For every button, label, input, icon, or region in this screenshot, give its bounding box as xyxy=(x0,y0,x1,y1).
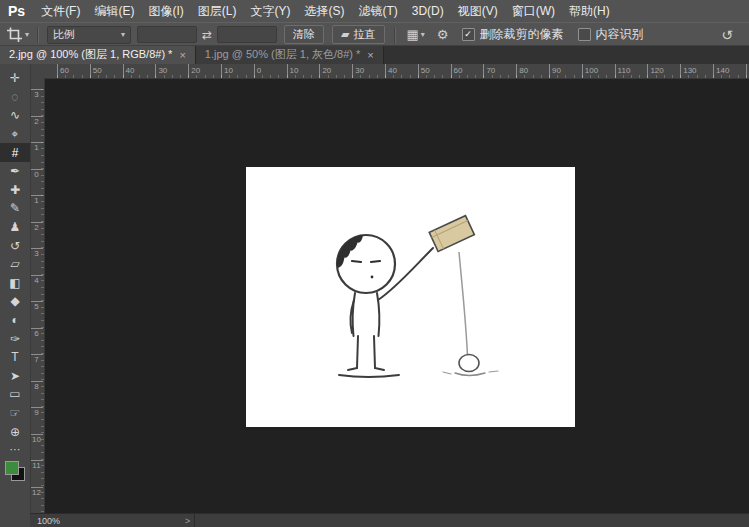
clone-stamp-tool[interactable]: ♟ xyxy=(0,218,30,237)
v-ruler-mark: 1 xyxy=(30,195,43,205)
clear-button[interactable]: 清除 xyxy=(284,25,324,44)
tab-document-1[interactable]: 1.jpg @ 50% (图层 1, 灰色/8#) * × xyxy=(196,45,384,64)
dodge-tool[interactable]: ◐ xyxy=(0,311,30,330)
delete-cropped-pixels-checkbox[interactable]: ✓ xyxy=(462,28,475,41)
foreground-color-swatch[interactable] xyxy=(5,461,19,475)
lasso-tool[interactable]: ∿ xyxy=(0,106,30,125)
h-ruler-mark: 70 xyxy=(483,64,495,78)
menu-item-9[interactable]: 视图(V) xyxy=(451,0,505,22)
gradient-tool[interactable]: ◧ xyxy=(0,274,30,293)
vertical-ruler[interactable]: 321012345678910111213 xyxy=(30,78,45,514)
v-ruler-mark: 4 xyxy=(30,275,43,285)
h-ruler-mark: 50 xyxy=(418,64,430,78)
menu-item-2[interactable]: 编辑(E) xyxy=(87,0,141,22)
straighten-button[interactable]: ▰ 拉直 xyxy=(332,25,384,44)
overlay-options-button[interactable]: ▦ ▾ xyxy=(401,27,431,42)
zoom-tool[interactable]: ⊕ xyxy=(0,422,30,441)
figure-head xyxy=(337,235,395,293)
v-ruler-mark: 8 xyxy=(30,381,43,391)
h-ruler-mark: 0 xyxy=(254,64,261,78)
tab-label: 2.jpg @ 100% (图层 1, RGB/8#) * xyxy=(9,47,172,62)
h-ruler-mark: 130 xyxy=(680,64,696,78)
options-bar: ▾ 比例 ▾ ⇄ 清除 ▰ 拉直 ▦ ▾ ⚙ ✓ 删除裁剪的像素 内容识别 ↺ xyxy=(0,22,749,46)
figure-eye-left xyxy=(352,261,361,262)
h-ruler-mark: 110 xyxy=(615,64,631,78)
menu-item-6[interactable]: 选择(S) xyxy=(297,0,351,22)
crop-height-input[interactable] xyxy=(217,26,277,43)
path-selection-tool[interactable]: ➤ xyxy=(0,367,30,386)
document-canvas[interactable] xyxy=(246,167,575,427)
h-ruler-mark: 120 xyxy=(647,64,663,78)
straighten-icon: ▰ xyxy=(341,29,349,40)
status-divider xyxy=(194,514,195,527)
delete-cropped-pixels-option[interactable]: ✓ 删除裁剪的像素 xyxy=(462,26,564,43)
reset-tool-button[interactable]: ↺ xyxy=(721,27,745,43)
figure-mouth xyxy=(371,276,374,279)
horizontal-ruler[interactable]: 6050403020100102030405060708090100110120… xyxy=(44,64,749,79)
type-tool[interactable]: T xyxy=(0,348,30,367)
v-ruler-mark: 9 xyxy=(30,407,43,417)
v-ruler-mark: 3 xyxy=(30,89,43,99)
v-ruler-mark: 0 xyxy=(30,169,43,179)
h-ruler-mark: 30 xyxy=(352,64,364,78)
milk-carton xyxy=(429,216,474,252)
close-icon[interactable]: × xyxy=(367,49,373,61)
h-ruler-mark: 40 xyxy=(123,64,135,78)
pen-tool[interactable]: ✑ xyxy=(0,329,30,348)
zoom-level[interactable]: 100% xyxy=(30,516,67,526)
crop-width-input[interactable] xyxy=(137,26,197,43)
menu-item-1[interactable]: 文件(F) xyxy=(34,0,87,22)
h-ruler-mark: 40 xyxy=(385,64,397,78)
content-aware-checkbox[interactable] xyxy=(578,28,591,41)
h-ruler-mark: 10 xyxy=(287,64,299,78)
v-ruler-mark: 11 xyxy=(30,460,43,470)
history-brush-tool[interactable]: ↺ xyxy=(0,236,30,255)
status-chevron-icon[interactable]: > xyxy=(185,516,190,526)
hand-tool[interactable]: ☞ xyxy=(0,404,30,423)
tool-preset-picker[interactable]: ▾ xyxy=(4,27,32,42)
menu-bar: Ps 文件(F)编辑(E)图像(I)图层(L)文字(Y)选择(S)滤镜(T)3D… xyxy=(0,0,749,22)
options-divider xyxy=(394,27,396,43)
menu-item-4[interactable]: 图层(L) xyxy=(191,0,244,22)
tool-list: ✛◌∿⌖#✒✚✎♟↺▱◧◆◐✑T➤▭☞⊕ xyxy=(0,69,30,441)
h-ruler-mark: 80 xyxy=(516,64,528,78)
swap-dimensions-icon[interactable]: ⇄ xyxy=(200,28,214,42)
h-ruler-mark: 50 xyxy=(90,64,102,78)
h-ruler-mark: 140 xyxy=(713,64,729,78)
v-ruler-mark: 10 xyxy=(30,434,43,444)
tab-document-2[interactable]: 2.jpg @ 100% (图层 1, RGB/8#) * × xyxy=(0,45,196,64)
shape-tool[interactable]: ▭ xyxy=(0,385,30,404)
pour-stream xyxy=(459,252,468,356)
menu-item-7[interactable]: 滤镜(T) xyxy=(351,0,404,22)
menu-item-11[interactable]: 帮助(H) xyxy=(562,0,617,22)
delete-cropped-pixels-label: 删除裁剪的像素 xyxy=(480,26,564,43)
marquee-tool[interactable]: ◌ xyxy=(0,88,30,107)
chevron-down-icon: ▾ xyxy=(421,31,425,39)
brush-tool[interactable]: ✎ xyxy=(0,199,30,218)
move-tool[interactable]: ✛ xyxy=(0,69,30,88)
cartoon-drawing xyxy=(246,167,575,427)
content-aware-label: 内容识别 xyxy=(596,26,644,43)
reset-icon: ↺ xyxy=(721,27,733,43)
h-ruler-mark: 100 xyxy=(582,64,598,78)
aspect-ratio-select[interactable]: 比例 ▾ xyxy=(47,26,131,44)
menu-item-8[interactable]: 3D(D) xyxy=(405,0,451,22)
eraser-tool[interactable]: ▱ xyxy=(0,255,30,274)
edit-toolbar-dots-icon[interactable]: ⋯ xyxy=(10,443,21,456)
content-aware-option[interactable]: 内容识别 xyxy=(578,26,644,43)
h-ruler-mark: 30 xyxy=(155,64,167,78)
h-ruler-mark: 10 xyxy=(221,64,233,78)
quick-selection-tool[interactable]: ⌖ xyxy=(0,125,30,144)
crop-settings-button[interactable]: ⚙ xyxy=(431,27,455,42)
h-ruler-mark: 20 xyxy=(188,64,200,78)
spot-healing-tool[interactable]: ✚ xyxy=(0,181,30,200)
v-ruler-mark: 5 xyxy=(30,301,43,311)
menu-item-3[interactable]: 图像(I) xyxy=(141,0,190,22)
menu-item-10[interactable]: 窗口(W) xyxy=(505,0,562,22)
blur-tool[interactable]: ◆ xyxy=(0,292,30,311)
crop-tool[interactable]: # xyxy=(0,143,30,162)
close-icon[interactable]: × xyxy=(179,49,185,61)
color-swatches[interactable] xyxy=(5,461,25,481)
menu-item-5[interactable]: 文字(Y) xyxy=(243,0,297,22)
eyedropper-tool[interactable]: ✒ xyxy=(0,162,30,181)
